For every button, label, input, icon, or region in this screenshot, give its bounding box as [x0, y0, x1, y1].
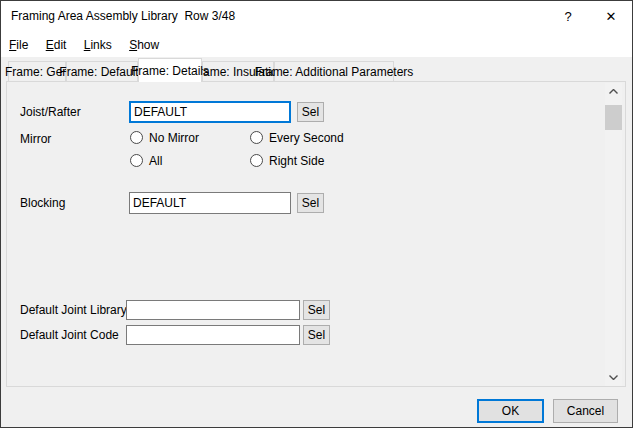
- scroll-down-button[interactable]: [605, 369, 622, 386]
- radio-every-second[interactable]: [250, 131, 263, 144]
- radio-every-second-label[interactable]: Every Second: [269, 131, 344, 145]
- cancel-button[interactable]: Cancel: [553, 399, 618, 423]
- dialog-window: Framing Area Assembly Library Row 3/48 ?…: [0, 0, 633, 428]
- menu-show[interactable]: Show: [129, 36, 159, 54]
- radio-all[interactable]: [130, 154, 143, 167]
- menu-edit[interactable]: Edit: [46, 36, 67, 54]
- default-joint-library-sel-button[interactable]: Sel: [303, 300, 330, 320]
- default-joint-code-sel-button[interactable]: Sel: [303, 325, 330, 345]
- menu-bar: File Edit Links Show: [1, 31, 632, 57]
- help-icon: ?: [564, 9, 571, 24]
- scroll-up-button[interactable]: [605, 83, 622, 100]
- chevron-up-icon: [609, 89, 618, 94]
- radio-all-label[interactable]: All: [149, 154, 162, 168]
- radio-no-mirror-label[interactable]: No Mirror: [149, 131, 199, 145]
- help-button[interactable]: ?: [549, 1, 587, 31]
- blocking-label: Blocking: [20, 196, 65, 210]
- radio-no-mirror[interactable]: [130, 131, 143, 144]
- default-joint-library-input[interactable]: [126, 300, 300, 320]
- close-icon: ✕: [606, 9, 617, 24]
- vertical-scrollbar[interactable]: [605, 83, 622, 386]
- window-title: Framing Area Assembly Library Row 3/48: [11, 9, 235, 23]
- tab-frame-additional-parameters[interactable]: Frame: Additional Parameters: [274, 61, 394, 81]
- default-joint-library-label: Default Joint Library: [20, 303, 127, 317]
- blocking-input[interactable]: [129, 192, 291, 214]
- ok-button[interactable]: OK: [477, 399, 544, 423]
- scrollbar-thumb[interactable]: [605, 105, 622, 130]
- joist-rafter-label: Joist/Rafter: [20, 105, 81, 119]
- blocking-sel-button[interactable]: Sel: [297, 193, 324, 213]
- menu-links[interactable]: Links: [84, 36, 112, 54]
- tab-frame-gen[interactable]: Frame: Gen: [8, 61, 66, 81]
- default-joint-code-input[interactable]: [126, 325, 300, 345]
- radio-right-side-label[interactable]: Right Side: [269, 154, 324, 168]
- title-bar[interactable]: Framing Area Assembly Library Row 3/48 ?…: [1, 1, 632, 31]
- tab-frame-defaults[interactable]: Frame: Defaults: [66, 61, 138, 81]
- chevron-down-icon: [609, 375, 618, 380]
- close-button[interactable]: ✕: [590, 1, 632, 31]
- radio-right-side[interactable]: [250, 154, 263, 167]
- menu-file[interactable]: File: [9, 36, 28, 54]
- tab-panel-frame-details: Joist/Rafter Sel Mirror No Mirror Every …: [6, 81, 626, 387]
- joist-rafter-input[interactable]: [129, 101, 291, 123]
- mirror-label: Mirror: [20, 132, 51, 146]
- default-joint-code-label: Default Joint Code: [20, 328, 119, 342]
- joist-rafter-sel-button[interactable]: Sel: [297, 102, 324, 122]
- tab-frame-details[interactable]: Frame: Details: [138, 58, 202, 82]
